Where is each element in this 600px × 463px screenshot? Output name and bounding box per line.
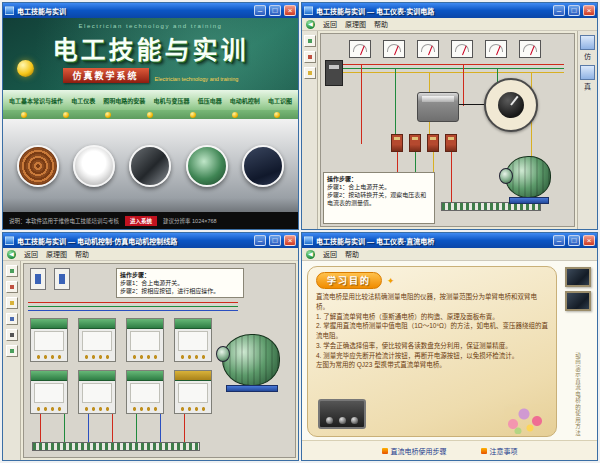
learning-bottom-bar: 直流电桥使用步骤 注意事项 — [302, 440, 597, 460]
module-item-lowvoltage[interactable]: 低压电器 — [198, 96, 222, 105]
window-meter-sim: 电工技能与实训 — 电工仪表·实训电路 – □ × ◀ 返回 原理图 帮助 — [301, 2, 598, 230]
drop-wire-blue — [88, 414, 89, 442]
thumbnail-panel-photo[interactable] — [565, 267, 591, 287]
contactor-unit[interactable] — [30, 318, 68, 362]
back-arrow-icon[interactable]: ◀ — [306, 20, 315, 29]
panel-meter — [485, 40, 507, 58]
fuse-holder[interactable] — [391, 134, 403, 152]
module-item-machines[interactable]: 电机与变压器 — [153, 96, 189, 105]
menu-help[interactable]: 帮助 — [345, 249, 359, 259]
circuit-breaker[interactable] — [54, 268, 70, 290]
module-item-meters[interactable]: 电工仪表 — [71, 96, 95, 105]
wiring-tool-icon[interactable] — [304, 67, 316, 79]
menu-help[interactable]: 帮助 — [75, 249, 89, 259]
close-button[interactable]: × — [284, 235, 296, 246]
schematic-tool-icon[interactable] — [6, 313, 18, 325]
menu-back[interactable]: 返回 — [323, 19, 337, 29]
module-item-drawings[interactable]: 电工识图 — [268, 96, 292, 105]
contactor-unit[interactable] — [30, 370, 68, 414]
button-tool-icon[interactable] — [6, 281, 18, 293]
module-item-lighting[interactable]: 照明电路的安装 — [103, 96, 145, 105]
close-button[interactable]: × — [284, 5, 296, 16]
motor-base — [226, 385, 278, 392]
contactor-unit[interactable] — [126, 318, 164, 362]
maximize-button[interactable]: □ — [269, 5, 281, 16]
relay-window — [178, 383, 208, 403]
menu-node-dot — [232, 112, 238, 118]
maximize-button[interactable]: □ — [568, 5, 580, 16]
contactor-terminals — [34, 353, 64, 359]
selector-knob[interactable] — [498, 92, 524, 118]
contactor-unit[interactable] — [126, 370, 164, 414]
thumbnail-instrument-photo[interactable] — [565, 291, 591, 311]
body-line: 2. 掌握用直流电桥测量中值电阻（1Ω～10⁶Ω）的方法，如电机、变压器绕组的直… — [316, 321, 548, 341]
back-arrow-icon[interactable]: ◀ — [306, 250, 315, 259]
sim-area: 操作步骤： 步骤1：合上电源开关。 步骤2：按相应按钮，进行相应操作。 — [3, 261, 298, 460]
changeover-switch-body[interactable] — [417, 92, 459, 122]
simulation-mode-button[interactable] — [580, 35, 595, 50]
menu-schematic[interactable]: 原理图 — [46, 249, 67, 259]
titlebar-motor[interactable]: 电工技能与实训 — 电动机控制·仿真电动机控制线路 – □ × — [3, 233, 298, 248]
minimize-button[interactable]: – — [553, 5, 565, 16]
meter-tool-icon[interactable] — [304, 51, 316, 63]
minimize-button[interactable]: – — [254, 5, 266, 16]
drop-wire-red — [40, 414, 41, 442]
fuse-holder[interactable] — [445, 134, 457, 152]
real-mode-label: 真 — [584, 81, 591, 91]
left-toolbar — [302, 31, 318, 229]
body-line: 3. 学会正确选择倍率，使比较臂各读数盘充分利用，保证测量精度。 — [316, 341, 548, 351]
notes-button[interactable]: 注意事项 — [481, 446, 518, 456]
reset-tool-icon[interactable] — [6, 345, 18, 357]
menu-back[interactable]: 返回 — [323, 249, 337, 259]
module-item-motorcontrol[interactable]: 电动机控制 — [230, 96, 260, 105]
fuse-holder[interactable] — [427, 134, 439, 152]
maximize-button[interactable]: □ — [269, 235, 281, 246]
zoom-callout-circle — [484, 78, 538, 132]
window-learning: 电工技能与实训 — 电工仪表·直流电桥 – □ × ◀ 返回 帮助 学习目的 ✦… — [301, 232, 598, 461]
titlebar-meter[interactable]: 电工技能与实训 — 电工仪表·实训电路 – □ × — [302, 3, 597, 18]
fuse-holder[interactable] — [409, 134, 421, 152]
circuit-breaker[interactable] — [30, 268, 46, 290]
footer-note-right: 建议分辨率 1024×768 — [163, 217, 217, 225]
real-mode-button[interactable] — [580, 65, 595, 80]
measure-tool-icon[interactable] — [6, 329, 18, 341]
menu-back[interactable]: 返回 — [24, 249, 38, 259]
contactor-unit[interactable] — [78, 370, 116, 414]
window-splash: 电工技能与实训 – □ × Electrician technology and… — [2, 2, 299, 230]
contactor-terminals — [34, 405, 64, 411]
menu-node-dot — [21, 112, 27, 118]
components-icon[interactable] — [6, 265, 18, 277]
contactor-cover — [31, 371, 67, 381]
drop-wire-green — [64, 414, 65, 442]
enter-system-badge[interactable]: 进入系统 — [125, 216, 157, 226]
minimize-button[interactable]: – — [553, 235, 565, 246]
usage-steps-button[interactable]: 直流电桥使用步骤 — [382, 446, 447, 456]
bus-wire-green — [329, 68, 564, 69]
content-card: 学习目的 ✦ 直流电桥是用比较法精确测量电阻的仪器，按测量范围分为单臂电桥和双臂… — [307, 266, 557, 437]
drop-wire-red — [463, 64, 464, 106]
window-title: 电工技能与实训 — 电动机控制·仿真电动机控制线路 — [17, 236, 251, 246]
wiring-tool-icon[interactable] — [6, 297, 18, 309]
power-switch[interactable] — [325, 60, 343, 86]
module-item-basics[interactable]: 电工基本常识与操作 — [9, 96, 63, 105]
close-button[interactable]: × — [583, 5, 595, 16]
back-arrow-icon[interactable]: ◀ — [7, 250, 16, 259]
knob-pointer — [510, 96, 518, 106]
minimize-button[interactable]: – — [254, 235, 266, 246]
thermal-relay-unit[interactable] — [174, 370, 212, 414]
instruction-box: 操作步骤： 步骤1：合上电源开关。 步骤2：按动转换开关，观察电压表和电流表的测… — [323, 172, 435, 224]
menu-node-line — [3, 110, 298, 119]
components-icon[interactable] — [304, 35, 316, 47]
contactor-unit[interactable] — [174, 318, 212, 362]
maximize-button[interactable]: □ — [568, 235, 580, 246]
titlebar-learning[interactable]: 电工技能与实训 — 电工仪表·直流电桥 – □ × — [302, 233, 597, 248]
bullet-icon — [382, 448, 388, 454]
contactor-unit[interactable] — [78, 318, 116, 362]
close-button[interactable]: × — [583, 235, 595, 246]
menu-node-dot — [63, 112, 69, 118]
menu-help[interactable]: 帮助 — [374, 19, 388, 29]
drop-wire-green — [395, 68, 396, 144]
menu-schematic[interactable]: 原理图 — [345, 19, 366, 29]
motor-cable — [24, 266, 26, 313]
titlebar-splash[interactable]: 电工技能与实训 – □ × — [3, 3, 298, 18]
